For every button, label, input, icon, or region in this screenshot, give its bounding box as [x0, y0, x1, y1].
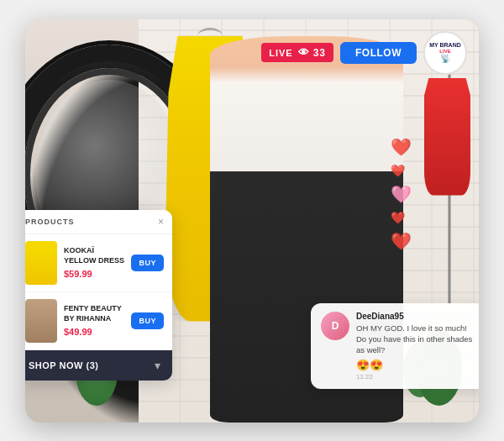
chevron-down-icon: ▾: [155, 359, 160, 372]
product-item-2: FENTY BEAUTY BY RIHANNA $49.99 BUY: [25, 292, 172, 350]
product-buy-button-1[interactable]: BUY: [131, 255, 164, 271]
comment-username: DeeDiana95: [356, 312, 477, 321]
clothing-rack: [420, 53, 479, 305]
shop-now-label: SHOP NOW (3): [29, 360, 98, 370]
comment-text: OH MY GOD. I love it so much! Do you hav…: [356, 323, 477, 356]
product-name-2: FENTY BEAUTY BY RIHANNA: [64, 304, 124, 323]
product-buy-button-2[interactable]: BUY: [131, 312, 164, 329]
dress-hanger: [197, 28, 223, 45]
comment-avatar: D: [321, 312, 349, 340]
main-container: ❤️ ❤️ 🩷 ❤️ ❤️ LIVE 👁 33 FOLLOW MY BRAND …: [0, 0, 504, 441]
top-hud: LIVE 👁 33 FOLLOW MY BRAND LIVE 📡: [261, 31, 467, 75]
products-header: PRODUCTS ×: [25, 210, 172, 234]
shop-now-bar[interactable]: SHOP NOW (3) ▾: [25, 350, 172, 381]
products-panel: PRODUCTS × KOOKAï Yellow dress $59.99 BU…: [25, 210, 172, 381]
viewer-number: 33: [313, 47, 326, 59]
product-thumb-dress: [25, 241, 57, 285]
product-thumb-1: [25, 241, 57, 285]
live-badge: LIVE 👁 33: [261, 43, 333, 62]
brand-logo: MY BRAND LIVE 📡: [423, 31, 467, 75]
product-thumb-bottle: [25, 299, 57, 343]
product-thumb-2: [25, 299, 57, 343]
product-item-1: KOOKAï Yellow dress $59.99 BUY: [25, 234, 172, 292]
comment-content: DeeDiana95 OH MY GOD. I love it so much!…: [356, 312, 477, 381]
stream-area: ❤️ ❤️ 🩷 ❤️ ❤️ LIVE 👁 33 FOLLOW MY BRAND …: [25, 19, 479, 423]
brand-name: MY BRAND: [429, 42, 461, 49]
brand-icon: 📡: [440, 54, 450, 63]
comment-time: 11:22: [356, 373, 477, 381]
products-title: PRODUCTS: [25, 218, 75, 226]
product-price-1: $59.99: [64, 269, 124, 279]
eye-icon: 👁: [298, 46, 310, 59]
product-info-1: KOOKAï Yellow dress $59.99: [64, 246, 124, 278]
avatar-initial: D: [332, 320, 339, 332]
viewer-count: 👁 33: [298, 46, 326, 59]
follow-button[interactable]: FOLLOW: [340, 42, 417, 64]
comment-emojis: 😍😍: [356, 359, 477, 371]
comment-bubble: D DeeDiana95 OH MY GOD. I love it so muc…: [311, 303, 479, 389]
product-info-2: FENTY BEAUTY BY RIHANNA $49.99: [64, 304, 124, 336]
product-name-1: KOOKAï Yellow dress: [64, 246, 124, 265]
live-label: LIVE: [269, 48, 292, 58]
products-close-button[interactable]: ×: [158, 216, 164, 228]
rack-clothing-item: [424, 78, 470, 196]
product-price-2: $49.99: [64, 327, 124, 337]
